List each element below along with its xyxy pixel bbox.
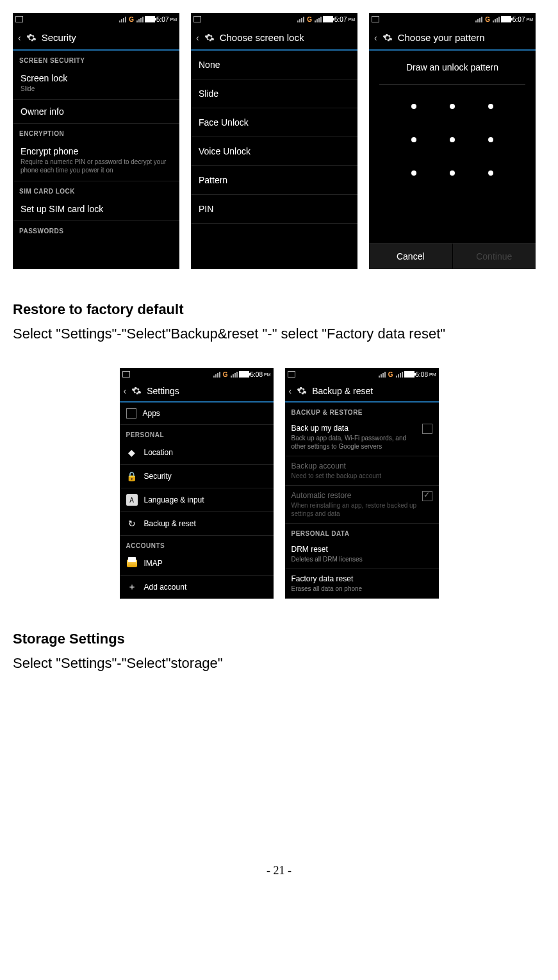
heading-restore: Restore to factory default [13,301,545,318]
item-add-account[interactable]: ＋ Add account [120,576,274,599]
battery-icon [501,16,511,22]
lock-option-pin[interactable]: PIN [191,195,357,224]
item-security[interactable]: 🔒 Security [120,465,274,488]
pattern-dot[interactable] [411,170,416,176]
section-label: PERSONAL [120,425,274,441]
battery-icon [404,371,414,378]
item-backup-reset[interactable]: ↻ Backup & reset [120,512,274,536]
gear-icon [297,386,307,396]
signal-icon [379,372,386,378]
screenshot-row-1: G 5:07 PM ‹ Security SCREEN SECURITY Scr… [13,13,545,269]
back-icon[interactable]: ‹ [18,33,21,43]
gear-icon [382,33,393,43]
continue-button: Continue [452,244,536,269]
status-notif-icon [288,371,295,378]
item-backup-my-data[interactable]: Back up my data Back up app data, Wi-Fi … [285,419,439,456]
gear-icon [204,33,215,43]
section-label: PERSONAL DATA [285,524,439,540]
screen-header: ‹ Security [13,26,179,51]
item-screen-lock[interactable]: Screen lock Slide [13,67,179,100]
network-label: G [307,16,312,23]
item-language[interactable]: A Language & input [120,488,274,512]
screen-title: Settings [147,386,179,396]
section-label: PASSWORDS [13,221,179,237]
screenshot-row-2: G 5:08 PM ‹ Settings Apps PERSONAL ◆ Loc… [13,368,545,599]
status-bar: G 5:07 PM [369,13,536,26]
screen-header: ‹ Backup & reset [285,381,439,403]
apps-icon [126,408,136,419]
clock: 5:08 [416,371,428,378]
lock-option-none[interactable]: None [191,51,357,79]
status-notif-icon [372,16,379,22]
item-backup-account: Backup account Need to set the backup ac… [285,456,439,486]
pattern-dot[interactable] [450,137,455,142]
battery-icon [239,371,249,378]
section-label: ENCRYPTION [13,124,179,140]
lock-option-pattern[interactable]: Pattern [191,166,357,195]
location-icon: ◆ [126,447,138,458]
paragraph-storage: Select "Settings"-"Select"storage" [13,655,545,672]
screen-header: ‹ Choose screen lock [191,26,357,51]
lock-option-face[interactable]: Face Unlock [191,108,357,137]
pattern-area: Draw an unlock pattern [369,51,536,243]
section-label: ACCOUNTS [120,536,274,552]
signal-icon [493,17,500,22]
pattern-dot[interactable] [488,170,493,176]
network-label: G [129,16,134,23]
heading-storage: Storage Settings [13,631,545,647]
signal-icon [396,372,403,378]
language-icon: A [126,494,138,506]
lock-option-voice[interactable]: Voice Unlock [191,137,357,166]
item-imap[interactable]: IMAP [120,552,274,576]
screen-header: ‹ Settings [120,381,274,403]
status-bar: G 5:07 PM [13,13,179,26]
mail-icon [126,558,138,569]
clock: 5:07 [513,16,525,23]
lock-icon: 🔒 [126,470,138,482]
back-icon[interactable]: ‹ [289,386,292,396]
clock: 5:07 [334,16,347,23]
screen-title: Backup & reset [312,386,373,396]
lock-option-slide[interactable]: Slide [191,79,357,108]
back-icon[interactable]: ‹ [196,33,199,43]
phone-security: G 5:07 PM ‹ Security SCREEN SECURITY Scr… [13,13,179,269]
pattern-dot[interactable] [411,104,416,109]
screen-title: Choose your pattern [398,32,485,43]
back-icon[interactable]: ‹ [374,33,377,43]
network-label: G [485,16,490,23]
pattern-dot[interactable] [450,170,455,176]
pattern-dot[interactable] [488,137,493,142]
clock-pm: PM [429,372,436,377]
status-bar: G 5:08 PM [120,368,274,381]
clock-pm: PM [170,17,177,22]
checkbox-icon[interactable] [422,424,432,434]
plus-icon: ＋ [126,581,138,593]
screen-title: Security [42,32,76,43]
item-factory-reset[interactable]: Factory data reset Erases all data on ph… [285,569,439,599]
pattern-grid[interactable] [411,104,493,176]
item-sim-lock[interactable]: Set up SIM card lock [13,197,179,221]
paragraph-restore: Select "Settings"-"Select"Backup&reset "… [13,326,545,342]
page-number: - 21 - [13,864,545,877]
item-location[interactable]: ◆ Location [120,441,274,465]
signal-icon [213,372,220,378]
screen-title: Choose screen lock [220,32,304,43]
item-drm-reset[interactable]: DRM reset Deletes all DRM licenses [285,540,439,569]
clock-pm: PM [349,17,356,22]
cancel-button[interactable]: Cancel [369,244,452,269]
signal-icon [315,17,322,22]
item-owner-info[interactable]: Owner info [13,100,179,124]
pattern-dot[interactable] [450,104,455,109]
phone-settings: G 5:08 PM ‹ Settings Apps PERSONAL ◆ Loc… [120,368,274,599]
item-encrypt-phone[interactable]: Encrypt phone Require a numeric PIN or p… [13,140,179,181]
phone-choose-lock: G 5:07 PM ‹ Choose screen lock None Slid… [191,13,357,269]
gear-icon [131,386,142,396]
pattern-dot[interactable] [411,137,416,142]
back-icon[interactable]: ‹ [124,386,127,396]
phone-backup-reset: G 5:08 PM ‹ Backup & reset BACKUP & REST… [285,368,439,599]
pattern-dot[interactable] [488,104,493,109]
signal-icon [231,372,238,378]
item-apps[interactable]: Apps [120,403,274,425]
section-label: BACKUP & RESTORE [285,403,439,419]
clock: 5:08 [250,371,263,378]
